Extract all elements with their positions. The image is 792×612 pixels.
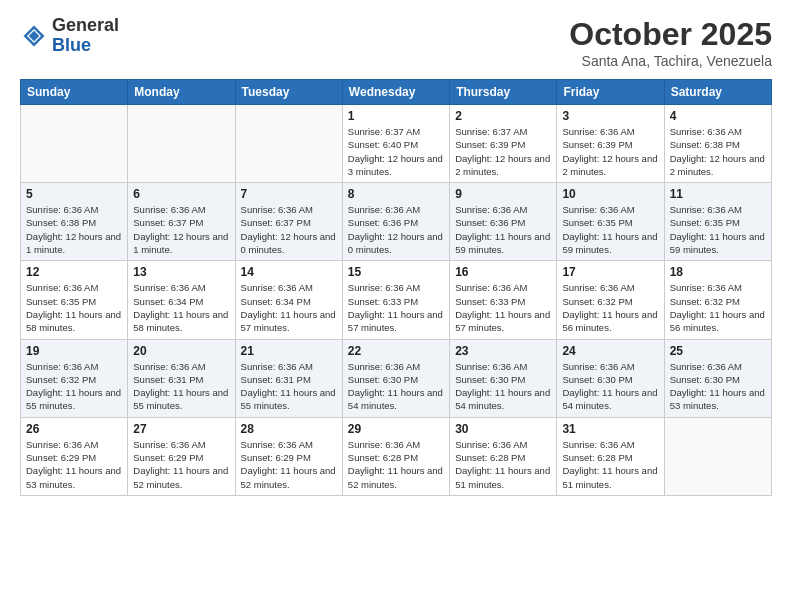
day-number: 21 <box>241 344 337 358</box>
calendar-day-cell: 7Sunrise: 6:36 AM Sunset: 6:37 PM Daylig… <box>235 183 342 261</box>
day-number: 17 <box>562 265 658 279</box>
day-number: 11 <box>670 187 766 201</box>
calendar-week-row: 19Sunrise: 6:36 AM Sunset: 6:32 PM Dayli… <box>21 339 772 417</box>
day-info: Sunrise: 6:36 AM Sunset: 6:37 PM Dayligh… <box>133 203 229 256</box>
calendar-day-cell <box>21 105 128 183</box>
day-number: 1 <box>348 109 444 123</box>
calendar-day-cell: 30Sunrise: 6:36 AM Sunset: 6:28 PM Dayli… <box>450 417 557 495</box>
day-info: Sunrise: 6:36 AM Sunset: 6:37 PM Dayligh… <box>241 203 337 256</box>
day-number: 6 <box>133 187 229 201</box>
day-info: Sunrise: 6:36 AM Sunset: 6:36 PM Dayligh… <box>348 203 444 256</box>
calendar-day-cell: 31Sunrise: 6:36 AM Sunset: 6:28 PM Dayli… <box>557 417 664 495</box>
calendar-day-cell: 15Sunrise: 6:36 AM Sunset: 6:33 PM Dayli… <box>342 261 449 339</box>
weekday-header: Sunday <box>21 80 128 105</box>
logo-icon <box>20 22 48 50</box>
calendar-day-cell: 11Sunrise: 6:36 AM Sunset: 6:35 PM Dayli… <box>664 183 771 261</box>
month-title: October 2025 <box>569 16 772 53</box>
day-info: Sunrise: 6:36 AM Sunset: 6:33 PM Dayligh… <box>348 281 444 334</box>
calendar-day-cell: 9Sunrise: 6:36 AM Sunset: 6:36 PM Daylig… <box>450 183 557 261</box>
day-number: 31 <box>562 422 658 436</box>
day-info: Sunrise: 6:36 AM Sunset: 6:32 PM Dayligh… <box>670 281 766 334</box>
day-info: Sunrise: 6:36 AM Sunset: 6:30 PM Dayligh… <box>670 360 766 413</box>
calendar-table: SundayMondayTuesdayWednesdayThursdayFrid… <box>20 79 772 496</box>
calendar-day-cell: 20Sunrise: 6:36 AM Sunset: 6:31 PM Dayli… <box>128 339 235 417</box>
logo-general-label: General <box>52 16 119 36</box>
day-info: Sunrise: 6:36 AM Sunset: 6:35 PM Dayligh… <box>26 281 122 334</box>
day-number: 8 <box>348 187 444 201</box>
calendar-day-cell: 4Sunrise: 6:36 AM Sunset: 6:38 PM Daylig… <box>664 105 771 183</box>
day-info: Sunrise: 6:37 AM Sunset: 6:40 PM Dayligh… <box>348 125 444 178</box>
calendar-day-cell: 10Sunrise: 6:36 AM Sunset: 6:35 PM Dayli… <box>557 183 664 261</box>
day-number: 27 <box>133 422 229 436</box>
calendar-day-cell: 26Sunrise: 6:36 AM Sunset: 6:29 PM Dayli… <box>21 417 128 495</box>
calendar-day-cell <box>128 105 235 183</box>
day-number: 13 <box>133 265 229 279</box>
title-section: October 2025 Santa Ana, Tachira, Venezue… <box>569 16 772 69</box>
day-number: 30 <box>455 422 551 436</box>
calendar-day-cell: 22Sunrise: 6:36 AM Sunset: 6:30 PM Dayli… <box>342 339 449 417</box>
day-number: 14 <box>241 265 337 279</box>
day-info: Sunrise: 6:36 AM Sunset: 6:28 PM Dayligh… <box>562 438 658 491</box>
calendar-day-cell: 27Sunrise: 6:36 AM Sunset: 6:29 PM Dayli… <box>128 417 235 495</box>
calendar-day-cell: 24Sunrise: 6:36 AM Sunset: 6:30 PM Dayli… <box>557 339 664 417</box>
logo-blue-label: Blue <box>52 36 119 56</box>
day-info: Sunrise: 6:36 AM Sunset: 6:35 PM Dayligh… <box>562 203 658 256</box>
day-number: 7 <box>241 187 337 201</box>
day-number: 19 <box>26 344 122 358</box>
calendar-day-cell <box>235 105 342 183</box>
calendar-day-cell: 17Sunrise: 6:36 AM Sunset: 6:32 PM Dayli… <box>557 261 664 339</box>
day-number: 28 <box>241 422 337 436</box>
calendar-day-cell: 16Sunrise: 6:36 AM Sunset: 6:33 PM Dayli… <box>450 261 557 339</box>
day-number: 22 <box>348 344 444 358</box>
day-info: Sunrise: 6:36 AM Sunset: 6:29 PM Dayligh… <box>26 438 122 491</box>
calendar-week-row: 1Sunrise: 6:37 AM Sunset: 6:40 PM Daylig… <box>21 105 772 183</box>
calendar-day-cell: 19Sunrise: 6:36 AM Sunset: 6:32 PM Dayli… <box>21 339 128 417</box>
day-number: 5 <box>26 187 122 201</box>
day-number: 4 <box>670 109 766 123</box>
weekday-header: Friday <box>557 80 664 105</box>
calendar-week-row: 26Sunrise: 6:36 AM Sunset: 6:29 PM Dayli… <box>21 417 772 495</box>
weekday-header: Wednesday <box>342 80 449 105</box>
weekday-header: Saturday <box>664 80 771 105</box>
day-number: 12 <box>26 265 122 279</box>
day-info: Sunrise: 6:36 AM Sunset: 6:29 PM Dayligh… <box>241 438 337 491</box>
calendar-day-cell <box>664 417 771 495</box>
day-info: Sunrise: 6:36 AM Sunset: 6:34 PM Dayligh… <box>241 281 337 334</box>
day-number: 26 <box>26 422 122 436</box>
page: General Blue October 2025 Santa Ana, Tac… <box>0 0 792 612</box>
day-number: 2 <box>455 109 551 123</box>
calendar-day-cell: 13Sunrise: 6:36 AM Sunset: 6:34 PM Dayli… <box>128 261 235 339</box>
calendar-day-cell: 29Sunrise: 6:36 AM Sunset: 6:28 PM Dayli… <box>342 417 449 495</box>
day-info: Sunrise: 6:36 AM Sunset: 6:30 PM Dayligh… <box>455 360 551 413</box>
day-info: Sunrise: 6:36 AM Sunset: 6:38 PM Dayligh… <box>26 203 122 256</box>
location: Santa Ana, Tachira, Venezuela <box>569 53 772 69</box>
day-info: Sunrise: 6:36 AM Sunset: 6:28 PM Dayligh… <box>455 438 551 491</box>
day-info: Sunrise: 6:36 AM Sunset: 6:29 PM Dayligh… <box>133 438 229 491</box>
calendar-week-row: 5Sunrise: 6:36 AM Sunset: 6:38 PM Daylig… <box>21 183 772 261</box>
calendar-day-cell: 14Sunrise: 6:36 AM Sunset: 6:34 PM Dayli… <box>235 261 342 339</box>
weekday-header: Tuesday <box>235 80 342 105</box>
day-number: 3 <box>562 109 658 123</box>
day-info: Sunrise: 6:36 AM Sunset: 6:38 PM Dayligh… <box>670 125 766 178</box>
day-number: 29 <box>348 422 444 436</box>
day-info: Sunrise: 6:36 AM Sunset: 6:30 PM Dayligh… <box>562 360 658 413</box>
day-info: Sunrise: 6:36 AM Sunset: 6:31 PM Dayligh… <box>241 360 337 413</box>
calendar-day-cell: 18Sunrise: 6:36 AM Sunset: 6:32 PM Dayli… <box>664 261 771 339</box>
calendar-day-cell: 28Sunrise: 6:36 AM Sunset: 6:29 PM Dayli… <box>235 417 342 495</box>
day-number: 15 <box>348 265 444 279</box>
day-number: 18 <box>670 265 766 279</box>
day-info: Sunrise: 6:37 AM Sunset: 6:39 PM Dayligh… <box>455 125 551 178</box>
day-info: Sunrise: 6:36 AM Sunset: 6:39 PM Dayligh… <box>562 125 658 178</box>
day-number: 10 <box>562 187 658 201</box>
day-info: Sunrise: 6:36 AM Sunset: 6:34 PM Dayligh… <box>133 281 229 334</box>
weekday-header: Thursday <box>450 80 557 105</box>
calendar-day-cell: 12Sunrise: 6:36 AM Sunset: 6:35 PM Dayli… <box>21 261 128 339</box>
calendar-day-cell: 21Sunrise: 6:36 AM Sunset: 6:31 PM Dayli… <box>235 339 342 417</box>
day-info: Sunrise: 6:36 AM Sunset: 6:30 PM Dayligh… <box>348 360 444 413</box>
calendar-week-row: 12Sunrise: 6:36 AM Sunset: 6:35 PM Dayli… <box>21 261 772 339</box>
weekday-header-row: SundayMondayTuesdayWednesdayThursdayFrid… <box>21 80 772 105</box>
day-number: 24 <box>562 344 658 358</box>
day-info: Sunrise: 6:36 AM Sunset: 6:31 PM Dayligh… <box>133 360 229 413</box>
calendar-day-cell: 2Sunrise: 6:37 AM Sunset: 6:39 PM Daylig… <box>450 105 557 183</box>
weekday-header: Monday <box>128 80 235 105</box>
